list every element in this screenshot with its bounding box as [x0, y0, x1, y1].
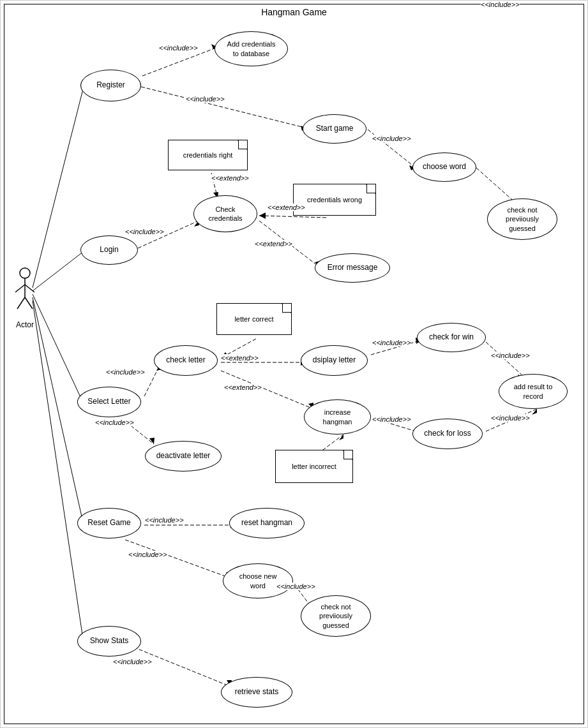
label-include-choosenewword-checknotguessed: <<include>> [276, 583, 315, 590]
label-include-login-checkcreds: <<include>> [125, 228, 164, 235]
ellipse-display-letter: dsiplay letter [301, 345, 368, 376]
ellipse-reset-game: Reset Game [77, 508, 141, 539]
label-include-checkforwin-addresult: <<include>> [491, 352, 530, 359]
actor: Actor [12, 265, 38, 329]
ellipse-deactivate-letter: deactivate letter [145, 441, 222, 472]
ellipse-register: Register [80, 70, 141, 101]
ellipse-add-result: add result torecord [499, 374, 568, 409]
label-include-startgame-chooseword: <<include>> [372, 135, 411, 142]
ellipse-check-letter: check letter [154, 345, 218, 376]
label-include-selectletter-checkletter: <<include>> [106, 368, 145, 376]
note-letter-incorrect: letter incorrect [275, 450, 353, 483]
ellipse-retrieve-stats: retrieve stats [221, 677, 292, 708]
label-include-increasehangman-checkforloss: <<include>> [372, 415, 411, 423]
ellipse-check-for-loss: check for loss [412, 419, 483, 449]
note-creds-wrong: credentials wrong [293, 184, 376, 216]
diagram-title: Hangman Game [1, 7, 587, 17]
label-extend-checkletter-increasehangman: <<extend>> [224, 383, 262, 391]
ellipse-login: Login [80, 235, 138, 265]
label-extend-checkletter-displayletter: <<extend>> [221, 354, 259, 362]
ellipse-choose-new-word: choose newword [223, 563, 293, 598]
label-extend-credsright: <<extend>> [211, 174, 249, 182]
ellipse-add-creds: Add credentialsto database [215, 31, 288, 66]
ellipse-check-credentials: Checkcredentials [193, 195, 257, 232]
ellipse-choose-word: choose word [412, 152, 476, 182]
note-letter-correct: letter correct [216, 303, 292, 335]
note-creds-right: credentials right [168, 140, 248, 170]
svg-line-53 [17, 297, 25, 309]
diagram-container: Hangman Game [0, 0, 588, 728]
ellipse-reset-hangman: reset hangman [229, 508, 305, 539]
actor-label: Actor [12, 320, 38, 329]
label-include-reg-addcreds: <<include>> [159, 44, 198, 52]
label-include-chooseword-checknotguessed: <<include>> [481, 1, 520, 8]
ellipse-check-not-guessed1: check notpreviiouslyguessed [487, 198, 557, 240]
label-include-resetgame-resethangman: <<include>> [145, 516, 184, 524]
ellipse-check-for-win: check for win [417, 323, 486, 352]
ellipse-start-game: Start game [303, 114, 366, 144]
ellipse-show-stats: Show Stats [77, 626, 141, 657]
label-include-displayletter-checkforwin: <<include>> [372, 339, 411, 346]
label-extend-credswrong: <<extend>> [268, 204, 305, 211]
label-include-reg-startgame: <<include>> [186, 95, 225, 103]
ellipse-check-not-guessed2: check notpreviiouslyguessed [301, 595, 371, 637]
svg-line-54 [25, 297, 33, 309]
ellipse-increase-hangman: increasehangman [304, 399, 371, 435]
label-extend-checkcreds-errormsg: <<extend>> [255, 240, 292, 248]
ellipse-error-message: Error message [315, 253, 390, 283]
label-include-checkforloss-addresult: <<include>> [491, 414, 530, 422]
label-include-selectletter-deactivateletter: <<include>> [95, 419, 134, 426]
svg-line-52 [25, 285, 34, 292]
ellipse-select-letter: Select Letter [77, 387, 141, 417]
svg-point-49 [20, 268, 30, 278]
svg-line-51 [15, 285, 25, 292]
label-include-resetgame-choosenewword: <<include>> [128, 551, 167, 558]
label-include-showstats-retrievestats: <<include>> [113, 658, 152, 665]
diagram-border [4, 4, 584, 724]
